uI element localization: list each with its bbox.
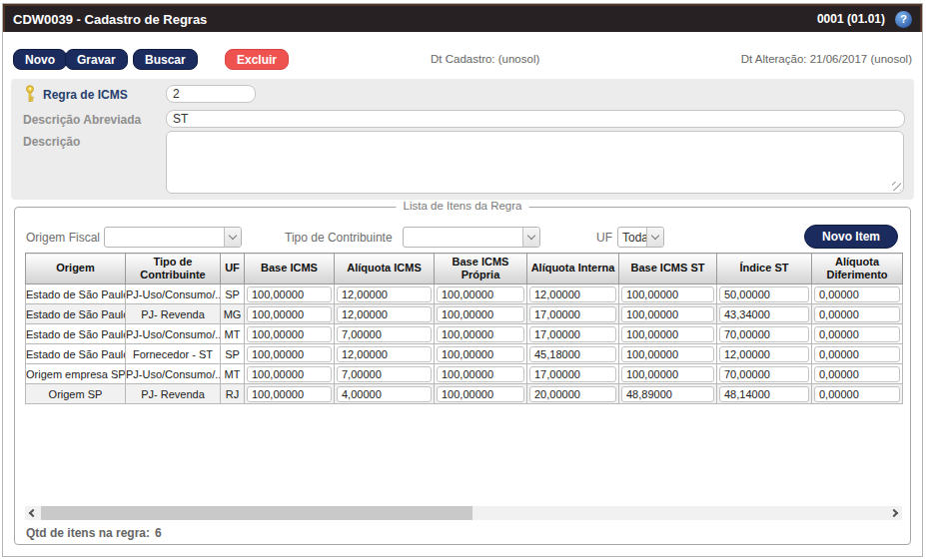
- table-row[interactable]: Origem SPPJ- RevendaRJ100,000004,0000010…: [26, 384, 903, 404]
- grid-value-input[interactable]: 100,00000: [437, 366, 524, 382]
- grid-value-input[interactable]: 100,00000: [437, 386, 524, 402]
- grid-value-input[interactable]: 7,00000: [337, 326, 432, 342]
- grid-value-input[interactable]: 12,00000: [719, 346, 809, 362]
- table-row[interactable]: Estado de São PauloPJ- RevendaMG100,0000…: [26, 304, 903, 324]
- grid-cell: 0,00000: [812, 364, 903, 384]
- grid-value-input[interactable]: 43,34000: [719, 306, 809, 322]
- grid-value-input[interactable]: 17,00000: [529, 366, 616, 382]
- novo-button[interactable]: Novo: [13, 49, 67, 70]
- grid-value-input[interactable]: 100,00000: [247, 286, 332, 302]
- grid-cell: 17,00000: [527, 324, 619, 344]
- grid-value-input[interactable]: 7,00000: [337, 366, 432, 382]
- uf-select[interactable]: Todas: [617, 227, 664, 248]
- grid-text-cell[interactable]: SP: [221, 284, 245, 304]
- origem-fiscal-select[interactable]: [104, 227, 242, 248]
- grid-value-input[interactable]: 50,00000: [719, 286, 809, 302]
- grid-text-cell[interactable]: MG: [221, 304, 245, 324]
- grid-value-input[interactable]: 100,00000: [437, 306, 524, 322]
- grid-value-input[interactable]: 0,00000: [814, 306, 900, 322]
- table-row[interactable]: Estado de São PauloPJ-Uso/Consumo/...SP1…: [26, 284, 903, 304]
- grid-value-input[interactable]: 0,00000: [814, 326, 900, 342]
- chevron-down-icon: [522, 228, 539, 247]
- grid-text-cell[interactable]: Estado de São Paulo: [26, 324, 126, 344]
- grid-cell: 100,00000: [245, 304, 335, 324]
- table-row[interactable]: Origem empresa SPPJ-Uso/Consumo/...MT100…: [26, 364, 903, 384]
- grid-text-cell[interactable]: Origem empresa SP: [26, 364, 126, 384]
- horizontal-scrollbar[interactable]: [25, 506, 902, 520]
- grid-value-input[interactable]: 17,00000: [529, 326, 616, 342]
- regra-icms-label: Regra de ICMS: [43, 88, 128, 102]
- help-icon[interactable]: ?: [895, 11, 912, 28]
- grid-value-input[interactable]: 100,00000: [621, 346, 714, 362]
- grid-value-input[interactable]: 45,18000: [529, 346, 616, 362]
- grid-text-cell[interactable]: Fornecedor - ST: [126, 344, 221, 364]
- descricao-abreviada-input[interactable]: [166, 110, 905, 128]
- grid-value-input[interactable]: 100,00000: [621, 306, 714, 322]
- grid-cell: 100,00000: [619, 284, 717, 304]
- grid-value-input[interactable]: 20,00000: [529, 386, 616, 402]
- grid-cell: 12,00000: [335, 344, 435, 364]
- grid-cell: 7,00000: [335, 364, 435, 384]
- grid-value-input[interactable]: 100,00000: [247, 386, 332, 402]
- grid-cell: 0,00000: [812, 344, 903, 364]
- grid-value-input[interactable]: 12,00000: [337, 346, 432, 362]
- grid-value-input[interactable]: 12,00000: [337, 286, 432, 302]
- grid-text-cell[interactable]: MT: [221, 364, 245, 384]
- grid-value-input[interactable]: 12,00000: [529, 286, 616, 302]
- grid-value-input[interactable]: 70,00000: [719, 366, 809, 382]
- grid-text-cell[interactable]: PJ-Uso/Consumo/...: [126, 284, 221, 304]
- grid-value-input[interactable]: 100,00000: [621, 286, 714, 302]
- grid-text-cell[interactable]: PJ- Revenda: [126, 384, 221, 404]
- grid-value-input[interactable]: 0,00000: [814, 386, 900, 402]
- novo-item-button[interactable]: Novo Item: [804, 225, 898, 249]
- excluir-button[interactable]: Excluir: [225, 49, 289, 70]
- descricao-abreviada-label: Descrição Abreviada: [23, 113, 141, 127]
- grid-text-cell[interactable]: RJ: [221, 384, 245, 404]
- grid-value-input[interactable]: 100,00000: [247, 346, 332, 362]
- table-row[interactable]: Estado de São PauloFornecedor - STSP100,…: [26, 344, 903, 364]
- grid-text-cell[interactable]: MT: [221, 324, 245, 344]
- grid-value-input[interactable]: 48,89000: [621, 386, 714, 402]
- gravar-button[interactable]: Gravar: [65, 49, 128, 70]
- grid-text-cell[interactable]: PJ-Uso/Consumo/...: [126, 324, 221, 344]
- grid-value-input[interactable]: 0,00000: [814, 346, 900, 362]
- grid-value-input[interactable]: 100,00000: [247, 366, 332, 382]
- grid-value-input[interactable]: 100,00000: [247, 306, 332, 322]
- dt-cadastro-label: Dt Cadastro: (unosol): [431, 53, 539, 65]
- scroll-left-button[interactable]: [27, 509, 37, 518]
- scrollbar-thumb[interactable]: [41, 506, 472, 520]
- grid-value-input[interactable]: 100,00000: [437, 346, 524, 362]
- descricao-field-wrap: [166, 131, 904, 194]
- grid-cell: 43,34000: [717, 304, 812, 324]
- table-row[interactable]: Estado de São PauloPJ-Uso/Consumo/...MT1…: [26, 324, 903, 344]
- grid-value-input[interactable]: 48,14000: [719, 386, 809, 402]
- grid-text-cell[interactable]: Estado de São Paulo: [26, 304, 126, 324]
- grid-value-input[interactable]: 17,00000: [529, 306, 616, 322]
- rule-form: Regra de ICMS Descrição Abreviada Descri…: [11, 79, 914, 200]
- grid-value-input[interactable]: 100,00000: [437, 286, 524, 302]
- grid-value-input[interactable]: 70,00000: [719, 326, 809, 342]
- grid-value-input[interactable]: 100,00000: [247, 326, 332, 342]
- tipo-contribuinte-select[interactable]: [403, 227, 540, 248]
- grid-text-cell[interactable]: SP: [221, 344, 245, 364]
- grid-value-input[interactable]: 0,00000: [814, 286, 900, 302]
- grid-value-input[interactable]: 12,00000: [337, 306, 432, 322]
- grid-text-cell[interactable]: Estado de São Paulo: [26, 284, 126, 304]
- grid-cell: 0,00000: [812, 284, 903, 304]
- grid-text-cell[interactable]: Estado de São Paulo: [26, 344, 126, 364]
- grid-text-cell[interactable]: Origem SP: [26, 384, 126, 404]
- scroll-right-button[interactable]: [890, 509, 900, 518]
- grid-value-input[interactable]: 100,00000: [621, 366, 714, 382]
- grid-value-input[interactable]: 100,00000: [437, 326, 524, 342]
- grid-text-cell[interactable]: PJ-Uso/Consumo/...: [126, 364, 221, 384]
- descricao-textarea[interactable]: [166, 131, 904, 194]
- regra-icms-input[interactable]: [166, 85, 256, 103]
- grid-value-input[interactable]: 100,00000: [621, 326, 714, 342]
- grid-text-cell[interactable]: PJ- Revenda: [126, 304, 221, 324]
- grid-cell: 100,00000: [245, 384, 335, 404]
- grid-value-input[interactable]: 4,00000: [337, 386, 432, 402]
- grid-value-input[interactable]: 0,00000: [814, 366, 900, 382]
- chevron-down-icon: [646, 228, 663, 247]
- descricao-label: Descrição: [23, 135, 80, 149]
- buscar-button[interactable]: Buscar: [133, 49, 198, 70]
